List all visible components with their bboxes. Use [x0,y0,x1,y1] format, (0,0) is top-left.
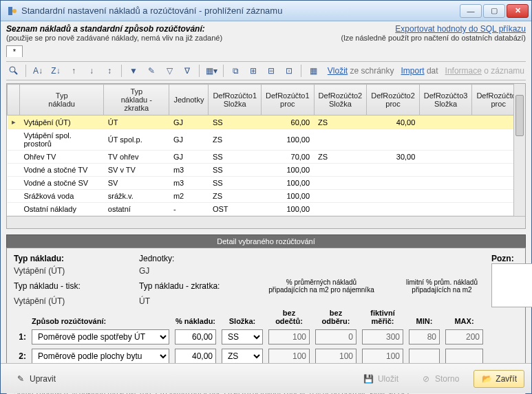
table-row[interactable]: Srážková vodasrážk.v.m2ZS100,00 [8,190,525,203]
window-title: Standardní nastavení nákladů a rozúčtová… [21,6,460,16]
pct-input-2[interactable] [175,349,216,364]
table-row[interactable]: Vytápění spol. prostorůÚT spol.p.GJZS100… [8,129,525,151]
label-jednotky: Jednotky: [139,254,174,263]
pozn-textarea[interactable] [491,263,532,307]
zpusob-select-2[interactable]: Poměrově podle plochy bytu [32,349,169,364]
svg-point-2 [10,67,15,72]
col-bez-odectu: bez odečtů: [268,309,310,325]
filter-icon[interactable]: ▼ [127,65,140,77]
col-zpusob: Způsob rozúčtování: [32,317,169,325]
table-row[interactable]: Ohřev TVTV ohřevGJSS70,00ZS30,00 [8,151,525,164]
max-input-2[interactable] [445,349,483,364]
cancel-button: ⊘ Storno [413,370,467,388]
detail-header: Detail vybraného rozúčtování [6,234,526,248]
grid-col-2[interactable]: Jednotky [169,85,209,116]
filter-clear-icon[interactable]: ▽ [163,65,175,77]
svg-point-1 [12,9,17,13]
minimize-button[interactable]: — [460,4,482,18]
sort-desc-icon[interactable]: Z↓ [50,65,62,77]
header-title: Seznam nákladů a standardní způsob rozúč… [6,24,205,34]
cancel-icon: ⊘ [421,373,432,384]
save-icon: 💾 [363,373,374,384]
pct-input-1[interactable] [175,329,216,344]
col-bez-odberu: bez odběru: [315,309,357,325]
columns-icon[interactable]: ▦▾ [205,65,217,77]
min-input-1[interactable] [409,329,440,344]
fikt-input-1[interactable] [362,329,403,344]
bezodb-input-1[interactable] [315,329,357,344]
filter-funnel-icon[interactable]: ∇ [181,65,193,77]
header-subtitle: (použije se pro nově zadávané náklady, n… [6,34,222,42]
edit-button[interactable]: ✎ Upravit [8,370,63,388]
value-jednotky: GJ [139,266,222,276]
bezod-input-1[interactable] [268,329,310,344]
filter-edit-icon[interactable]: ✎ [145,65,158,77]
grid-col-0[interactable]: Typnákladu [20,85,104,116]
filter-tabs: * [6,45,526,57]
window: Standardní nastavení nákladů a rozúčtová… [0,0,532,394]
paste-link[interactable]: Vložit [328,66,348,76]
row-indicator-col [8,85,20,116]
value-typ-tisk: Vytápění (ÚT) [14,296,131,306]
grid-col-6[interactable]: DefRozúčto2proc [367,85,420,116]
window-buttons: — ▢ ✕ [460,4,529,18]
export-grid-icon[interactable]: ⊞ [247,65,259,77]
label-typ-tisk: Typ nákladu - tisk: [14,281,81,291]
app-icon [6,6,17,17]
bezodb-input-2[interactable] [315,349,357,364]
value-typ-zkr: ÚT [139,296,242,306]
folder-icon: 📂 [481,373,492,384]
footer: ✎ Upravit 💾 Uložit ⊘ Storno 📂 Zavřít [1,363,531,393]
fikt-input-2[interactable] [362,349,403,364]
copy-icon[interactable]: ⧉ [229,65,242,77]
col-max: MAX: [445,317,483,325]
svg-line-3 [14,72,17,74]
pencil-icon: ✎ [15,373,26,384]
arrow-up-icon[interactable]: ↑ [67,65,80,77]
arrow-updown-icon[interactable]: ↕ [103,65,116,77]
filter-tab-all[interactable]: * [6,45,23,57]
header: Seznam nákladů a standardní způsob rozúč… [6,24,526,42]
grid-col-3[interactable]: DefRozúčto1Složka [209,85,262,116]
save-button: 💾 Uložit [356,370,406,388]
close-footer-button[interactable]: 📂 Zavřít [474,370,524,388]
table-row[interactable]: Vodné a stočné SVSVm3SS100,00 [8,177,525,190]
bezod-input-2[interactable] [268,349,310,364]
info-link: Informace [445,66,482,76]
maximize-button[interactable]: ▢ [483,4,505,18]
grid-col-7[interactable]: DefRozúčto3Složka [419,85,472,116]
import-link[interactable]: Import [401,66,425,76]
max-input-1[interactable] [445,329,483,344]
label-pozn: Pozn: [491,254,514,263]
arrow-down-icon[interactable]: ↓ [85,65,98,77]
svg-rect-0 [8,7,12,15]
col-slozka: Složka: [222,317,263,325]
grid-col-4[interactable]: DefRozúčto1proc [262,85,315,116]
grid-col-5[interactable]: DefRozúčto2Složka [314,85,367,116]
table-row[interactable]: Vodné a stočné TVSV v TVm3SS100,00 [8,164,525,177]
horizontal-scrollbar[interactable] [7,216,525,228]
vertical-scrollbar[interactable] [513,84,525,216]
col-pct: % nákladu: [175,317,216,325]
min-input-2[interactable] [409,349,440,364]
grid-col-1[interactable]: Typnákladu - zkratka [104,85,169,116]
table-row[interactable]: ▸Vytápění (ÚT)ÚTGJSS60,00ZS40,00 [8,116,525,129]
export-subtitle: (lze následně použít pro načtení do osta… [341,34,526,42]
col-min: MIN: [409,317,440,325]
close-button[interactable]: ✕ [507,4,529,18]
color-grid-icon[interactable]: ▦ [307,65,319,77]
slozka-select-2[interactable]: ZS [222,349,263,364]
export-col-icon[interactable]: ⊡ [283,65,295,77]
col-fiktivni: fiktivní měřič: [362,309,403,325]
table-row[interactable]: Ostatní nákladyostatní-OST100,00 [8,203,525,216]
slozka-select-1[interactable]: SS [222,329,263,344]
label-typ-nakladu: Typ nákladu: [14,254,64,263]
sort-asc-icon[interactable]: A↓ [32,65,44,77]
export-row-icon[interactable]: ⊟ [265,65,277,77]
label-typ-zkr: Typ nákladu - zkratka: [139,281,220,291]
toolbar: A↓ Z↓ ↑ ↓ ↕ ▼ ✎ ▽ ∇ ▦▾ ⧉ ⊞ ⊟ ⊡ ▦ Vložit … [6,61,526,80]
export-link[interactable]: Exportovat hodnoty do SQL příkazu [395,24,526,34]
zpusob-select-1[interactable]: Poměrově podle spotřeby ÚT [32,329,169,344]
search-icon[interactable] [8,65,20,77]
value-typ-nakladu: Vytápění (ÚT) [14,266,131,276]
